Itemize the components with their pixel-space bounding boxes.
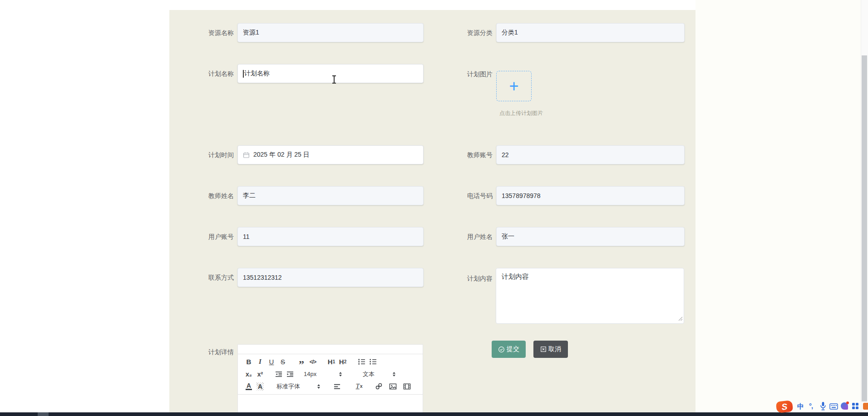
plan-name-label: 计划名称	[173, 69, 234, 78]
text-color-icon[interactable]: A	[244, 381, 254, 391]
screen: 资源名称 资源1 资源分类 分类1 计划名称 计划名称 计划图片 + 点击上传计…	[0, 0, 868, 416]
ime-toolbox-icon[interactable]	[852, 402, 859, 411]
user-name-value: 张一	[502, 233, 514, 241]
updown-arrows-icon	[339, 372, 342, 376]
check-circle-icon	[498, 346, 505, 353]
resource-category-value: 分类1	[502, 29, 518, 37]
plan-time-label: 计划时间	[173, 150, 234, 159]
ime-punctuation-icon[interactable]: °,	[809, 402, 813, 410]
phone-label: 电话号码	[431, 191, 493, 200]
outdent-icon[interactable]	[274, 369, 284, 379]
video-icon[interactable]	[402, 381, 412, 391]
taskbar-strip-segment	[38, 412, 49, 416]
close-square-icon	[540, 346, 547, 352]
updown-arrows-icon	[393, 372, 395, 376]
resource-name-value: 资源1	[243, 29, 259, 37]
toolbar-row-3: A A 标准字体 Tx	[244, 380, 419, 392]
plan-time-value: 2025 年 02 月 25 日	[253, 151, 310, 159]
ime-skin-icon[interactable]	[841, 402, 848, 410]
taskbar-strip	[0, 412, 868, 416]
scrollbar-thumb[interactable]	[862, 55, 867, 401]
contact-value: 13512312312	[243, 274, 282, 281]
subscript-icon[interactable]: x₂	[244, 369, 254, 379]
strike-icon[interactable]: S	[278, 357, 288, 367]
teacher-account-input[interactable]: 22	[496, 145, 685, 164]
submit-button[interactable]: 提交	[492, 341, 526, 358]
toolbar-row-2: x₂ x²	[244, 368, 419, 380]
superscript-icon[interactable]: x²	[255, 369, 265, 379]
resource-name-label: 资源名称	[173, 28, 234, 37]
notification-dot	[846, 401, 849, 404]
plan-name-value: 计划名称	[244, 69, 270, 78]
indent-icon[interactable]	[285, 369, 295, 379]
plan-image-label: 计划图片	[431, 69, 493, 79]
contact-label: 联系方式	[173, 273, 234, 282]
resource-category-label: 资源分类	[431, 28, 493, 37]
sogou-logo-letter: S	[781, 401, 788, 412]
header1-icon[interactable]: H1	[326, 357, 336, 367]
image-icon[interactable]	[388, 381, 398, 391]
header-style-dropdown[interactable]: 文本	[363, 370, 395, 378]
plan-time-datepicker[interactable]: 2025 年 02 月 25 日	[237, 145, 424, 164]
font-family-dropdown[interactable]: 标准字体	[276, 382, 320, 391]
user-account-input[interactable]: 11	[237, 227, 424, 246]
contact-input[interactable]: 13512312312	[237, 268, 424, 287]
right-margin	[695, 0, 861, 416]
resource-name-input[interactable]: 资源1	[237, 23, 424, 42]
plan-detail-editor: B I U S ” </> H1 H2	[237, 344, 423, 416]
sogou-logo-icon[interactable]: S	[776, 400, 793, 413]
bullet-list-icon[interactable]	[368, 357, 378, 367]
link-icon[interactable]	[374, 381, 384, 391]
align-icon[interactable]	[332, 381, 342, 391]
teacher-name-value: 李二	[243, 192, 256, 200]
teacher-account-label: 教师账号	[431, 150, 493, 159]
user-name-input[interactable]: 张一	[496, 227, 685, 246]
phone-input[interactable]: 13578978978	[496, 186, 685, 205]
editor-top-strip	[238, 345, 423, 354]
plan-content-value: 计划内容	[502, 272, 529, 280]
font-size-value: 14px	[304, 371, 316, 377]
ime-chinese-mode-icon[interactable]: 中	[797, 402, 804, 411]
user-account-value: 11	[243, 233, 250, 240]
phone-value: 13578978978	[502, 192, 541, 199]
resource-category-input[interactable]: 分类1	[496, 23, 685, 42]
plan-image-upload-button[interactable]: +	[496, 71, 532, 101]
font-family-value: 标准字体	[276, 382, 300, 391]
updown-arrows-icon	[317, 384, 320, 389]
upload-hint: 点击上传计划图片	[494, 109, 548, 117]
teacher-name-input[interactable]: 李二	[237, 186, 424, 205]
plus-icon: +	[509, 78, 518, 94]
teacher-name-label: 教师姓名	[173, 191, 234, 200]
underline-icon[interactable]: U	[266, 357, 276, 367]
cancel-button[interactable]: 取消	[533, 341, 568, 358]
ime-edge-icon[interactable]	[863, 403, 868, 410]
cancel-button-label: 取消	[548, 345, 561, 353]
submit-button-label: 提交	[507, 345, 519, 353]
italic-icon[interactable]: I	[255, 357, 265, 367]
blockquote-icon[interactable]: ”	[296, 355, 306, 369]
teacher-account-value: 22	[502, 151, 509, 158]
microphone-icon[interactable]	[820, 401, 826, 413]
user-account-label: 用户账号	[173, 232, 234, 241]
mouse-ibeam-cursor	[332, 75, 336, 84]
calendar-icon	[243, 152, 250, 158]
clean-format-icon[interactable]: Tx	[354, 381, 364, 391]
resize-handle-icon[interactable]	[678, 315, 683, 322]
keyboard-icon[interactable]	[829, 403, 838, 411]
text-caret	[243, 70, 244, 78]
editor-toolbar: B I U S ” </> H1 H2	[238, 354, 423, 395]
bold-icon[interactable]: B	[244, 357, 254, 367]
code-block-icon[interactable]: </>	[308, 357, 318, 367]
toolbar-row-1: B I U S ” </> H1 H2	[244, 356, 419, 368]
ordered-list-icon[interactable]	[356, 357, 366, 367]
user-name-label: 用户姓名	[431, 232, 493, 241]
plan-detail-label: 计划详情	[173, 347, 234, 357]
plan-name-input[interactable]: 计划名称	[237, 64, 424, 83]
plan-content-textarea[interactable]: 计划内容	[496, 268, 684, 324]
font-size-dropdown[interactable]: 14px	[304, 371, 342, 377]
header2-icon[interactable]: H2	[338, 357, 348, 367]
header-style-value: 文本	[363, 370, 375, 378]
plan-content-label: 计划内容	[431, 274, 493, 283]
background-color-icon[interactable]: A	[255, 381, 265, 391]
